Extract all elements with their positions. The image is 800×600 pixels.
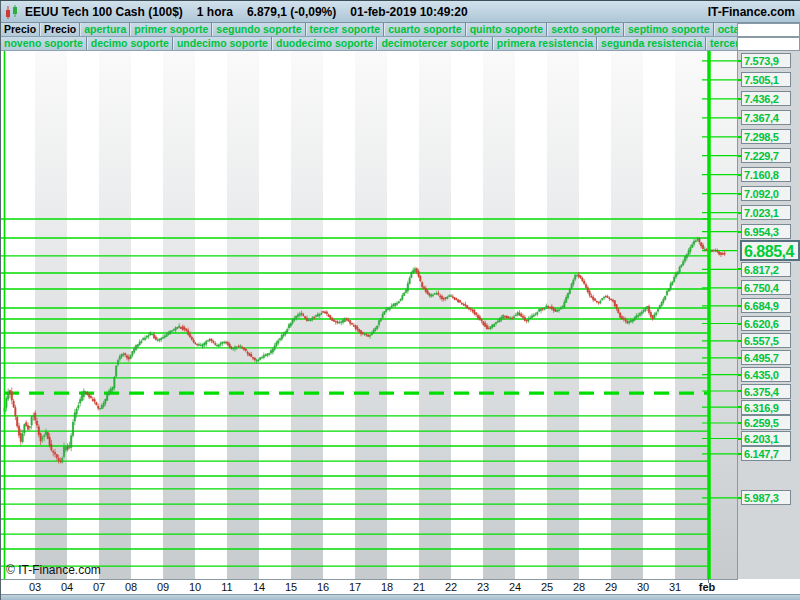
toolbar-button-tercer-soporte[interactable]: tercer soporte [306,23,385,37]
indicator-toolbar-row-2: noveno soportedecimo soporteundecimo sop… [0,37,737,51]
date-axis-label: 29 [596,581,626,593]
toolbar-button-decimo-soporte[interactable]: decimo soporte [87,37,173,51]
window-frame [0,1,1,600]
date-axis-label: 25 [532,581,562,593]
price-level-label: 6.375,4 [741,384,791,399]
price-level-label: 6.817,2 [741,262,791,277]
price-level-label: 6.203,1 [741,431,791,446]
price-level-label: 6.557,5 [741,333,791,348]
toolbar-button-noveno-soporte[interactable]: noveno soporte [0,37,87,51]
date-axis-label: 18 [372,581,402,593]
date-axis-label: 07 [84,581,114,593]
toolbar-button-decimotercer-soporte[interactable]: decimotercer soporte [377,37,492,51]
price-level-label: 6.259,5 [741,415,791,430]
date-axis-label: 04 [52,581,82,593]
brand-logo: IT-Finance.com [708,5,795,19]
toolbar-empty-cell [737,23,800,37]
price-level-label: 7.367,4 [741,110,791,125]
price-level-label: 6.435,0 [741,367,791,382]
price-level-label: 7.298,5 [741,129,791,144]
candlestick-icon [4,4,20,20]
price-level-label: 6.954,3 [741,224,791,239]
toolbar-button-septimo-soporte[interactable]: septimo soporte [624,23,714,37]
toolbar-button-primera-resistencia[interactable]: primera resistencia [493,37,597,51]
timeframe-label: 1 hora [197,5,233,19]
price-level-label: 6.316,9 [741,400,791,415]
price-level-label: 6.684,9 [741,298,791,313]
watermark: © IT-Finance.com [6,563,101,577]
price-level-label: 7.573,9 [741,53,791,68]
current-price-label: 6.885,4 [740,240,800,261]
date-axis: 0304070809101114151617182122232425282930… [0,580,800,594]
toolbar-button-sexto-soporte[interactable]: sexto soporte [547,23,624,37]
date-axis-label: 08 [116,581,146,593]
toolbar-button-precio[interactable]: Precio [40,23,80,37]
toolbar-empty-area [737,23,800,51]
price-level-label: 7.160,8 [741,167,791,182]
price-level-label: 6.750,4 [741,280,791,295]
price-level-label: 6.620,6 [741,316,791,331]
date-axis-label: 28 [564,581,594,593]
price-level-label: 7.505,1 [741,72,791,87]
price-level-label: 7.023,1 [741,205,791,220]
toolbar-button-segundo-soporte[interactable]: segundo soporte [212,23,305,37]
price-axis: 7.0007.573,97.505,17.436,27.367,47.298,5… [738,51,800,579]
date-axis-label: 17 [340,581,370,593]
date-axis-label: 30 [628,581,658,593]
price-level-label: 6.495,7 [741,350,791,365]
price-level-label: 7.436,2 [741,91,791,106]
date-axis-label: 31 [660,581,690,593]
price-level-label: 7.229,7 [741,148,791,163]
price-level-label: 7.092,0 [741,186,791,201]
date-axis-label: 10 [180,581,210,593]
date-axis-label: 15 [276,581,306,593]
date-axis-label: 24 [500,581,530,593]
toolbar-button-cuarto-soporte[interactable]: cuarto soporte [384,23,466,37]
date-axis-label: feb [692,581,722,593]
date-axis-label: 21 [404,581,434,593]
toolbar-button-duodecimo-soporte[interactable]: duodecimo soporte [272,37,377,51]
datetime-label: 01-feb-2019 10:49:20 [350,5,467,19]
toolbar-button-apertura[interactable]: apertura [80,23,130,37]
toolbar-button-tercera-resistencia[interactable]: tercera resistencia [706,37,737,51]
date-axis-label: 09 [148,581,178,593]
title-bar: EEUU Tech 100 Cash (100$) 1 hora 6.879,1… [0,1,800,23]
toolbar-button-segunda-resistencia[interactable]: segunda resistencia [597,37,706,51]
window-bottom-strip [0,594,800,600]
date-axis-label: 14 [244,581,274,593]
date-axis-label: 16 [308,581,338,593]
price-level-label: 6.147,7 [741,446,791,461]
candlestick-chart[interactable]: © IT-Finance.com [0,51,738,580]
date-axis-label: 11 [212,581,242,593]
date-axis-label: 23 [468,581,498,593]
toolbar-button-undecimo-soporte[interactable]: undecimo soporte [173,37,272,51]
toolbar-button-quinto-soporte[interactable]: quinto soporte [466,23,548,37]
price-level-label: 5.987,3 [741,490,791,505]
toolbar-button-octavo-soporte[interactable]: octavo soporte [714,23,737,37]
toolbar-empty-cell [737,37,800,51]
toolbar-button-primer-soporte[interactable]: primer soporte [130,23,212,37]
instrument-title: EEUU Tech 100 Cash (100$) [25,5,183,19]
toolbar-button-precio[interactable]: Precio [0,23,40,37]
indicator-toolbar-row-1: PrecioPrecioaperturaprimer soportesegund… [0,23,737,37]
last-price-and-change: 6.879,1 (-0,09%) [247,5,336,19]
date-axis-label: 03 [20,581,50,593]
date-axis-label: 22 [436,581,466,593]
